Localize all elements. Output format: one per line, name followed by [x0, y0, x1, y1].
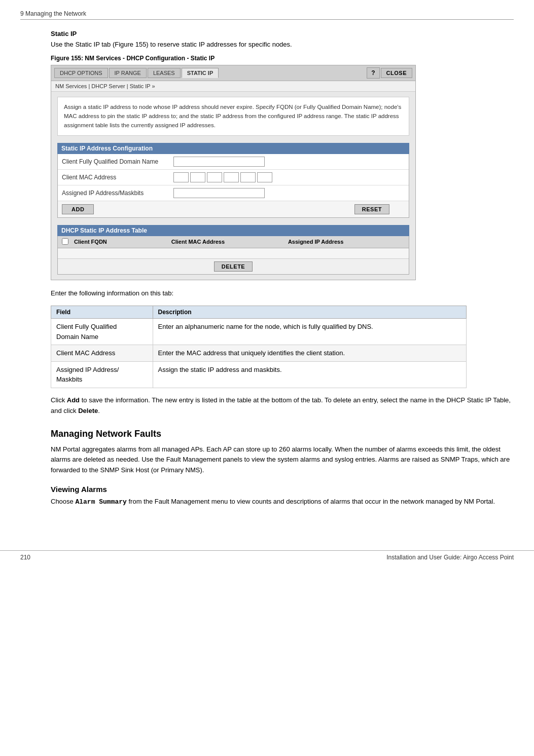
footer-document-title: Installation and User Guide: Airgo Acces…: [386, 554, 514, 561]
config-label-ip: Assigned IP Address/Maskbits: [62, 190, 173, 197]
mac-input-4[interactable]: [224, 172, 239, 182]
footer: 210 Installation and User Guide: Airgo A…: [0, 550, 534, 564]
delete-row: DELETE: [58, 258, 409, 274]
managing-faults-body: NM Portal aggregates alarms from all man…: [51, 444, 514, 476]
table-header-description: Description: [153, 306, 466, 319]
tab-static-ip[interactable]: STATIC IP: [182, 68, 219, 78]
viewing-alarms-body: Choose Alarm Summary from the Fault Mana…: [51, 497, 514, 508]
delete-bold: Delete: [78, 407, 98, 414]
breadcrumb: NM Services | DHCP Server | Static IP »: [51, 81, 415, 92]
help-button[interactable]: ?: [367, 67, 379, 79]
field-desc-fqdn: Enter an alphanumeric name for the node,…: [153, 319, 466, 345]
footer-page-number: 210: [20, 554, 30, 561]
table-col-mac: Client MAC Address: [171, 239, 288, 245]
close-button[interactable]: CLOSE: [381, 68, 412, 78]
table-checkbox-col: [62, 238, 74, 246]
alarm-summary-label: Alarm Summary: [75, 498, 126, 506]
click-add-paragraph: Click Add to save the information. The n…: [51, 395, 514, 417]
config-row-ip: Assigned IP Address/Maskbits: [58, 185, 409, 201]
info-box: Assign a static IP address to node whose…: [57, 97, 409, 136]
fqdn-input[interactable]: [173, 157, 265, 167]
config-input-area-ip: [173, 188, 405, 198]
mac-input-6[interactable]: [257, 172, 272, 182]
field-desc-ip: Assign the static IP address and maskbit…: [153, 361, 466, 388]
mac-input-1[interactable]: [173, 172, 189, 182]
config-row-mac: Client MAC Address: [58, 170, 409, 185]
field-name-mac: Client MAC Address: [51, 345, 153, 362]
static-ip-title: Static IP: [51, 30, 514, 37]
ui-panel: DHCP OPTIONS IP RANGE LEASES STATIC IP ?…: [51, 65, 416, 280]
delete-button[interactable]: DELETE: [214, 261, 253, 272]
table-body: [58, 248, 409, 258]
table-row: Assigned IP Address/Maskbits Assign the …: [51, 361, 467, 388]
table-select-all-checkbox[interactable]: [62, 238, 68, 245]
tab-dhcp-options[interactable]: DHCP OPTIONS: [54, 68, 108, 78]
config-input-area-mac: [173, 172, 405, 182]
mac-input-5[interactable]: [240, 172, 256, 182]
tab-ip-range[interactable]: IP RANGE: [109, 68, 147, 78]
add-bold: Add: [67, 396, 80, 404]
config-label-mac: Client MAC Address: [62, 174, 173, 181]
table-row: Client MAC Address Enter the MAC address…: [51, 345, 467, 362]
config-label-fqdn: Client Fully Qualified Domain Name: [62, 158, 173, 165]
tab-leases[interactable]: LEASES: [148, 68, 181, 78]
table-header-field: Field: [51, 306, 153, 319]
field-name-ip: Assigned IP Address/Maskbits: [51, 361, 153, 388]
viewing-alarms-title: Viewing Alarms: [51, 485, 514, 494]
field-desc-mac: Enter the MAC address that uniquely iden…: [153, 345, 466, 362]
table-col-fqdn: Client FQDN: [74, 239, 171, 245]
mac-input-2[interactable]: [190, 172, 205, 182]
static-ip-table: Client FQDN Client MAC Address Assigned …: [57, 236, 409, 275]
figure-label: Figure 155: NM Services - DHCP Configura…: [51, 55, 514, 62]
ip-input[interactable]: [173, 188, 265, 198]
static-ip-body: Use the Static IP tab (Figure 155) to re…: [51, 40, 514, 50]
mac-input-3[interactable]: [207, 172, 222, 182]
config-buttons-row: ADD RESET: [58, 201, 409, 217]
enter-info-text: Enter the following information on this …: [51, 288, 514, 299]
field-name-fqdn: Client Fully QualifiedDomain Name: [51, 319, 153, 345]
config-input-area-fqdn: [173, 157, 405, 167]
table-header-row: Client FQDN Client MAC Address Assigned …: [58, 236, 409, 248]
config-table: Client Fully Qualified Domain Name Clien…: [57, 154, 409, 218]
table-row: Client Fully QualifiedDomain Name Enter …: [51, 319, 467, 345]
managing-faults-title: Managing Network Faults: [51, 429, 514, 439]
config-section-header: Static IP Address Configuration: [57, 143, 409, 154]
table-col-ip: Assigned IP Address: [288, 239, 405, 245]
config-row-fqdn: Client Fully Qualified Domain Name: [58, 154, 409, 170]
panel-body: Assign a static IP address to node whose…: [51, 92, 415, 280]
add-button[interactable]: ADD: [62, 204, 94, 214]
reset-button[interactable]: RESET: [354, 204, 389, 214]
tab-bar: DHCP OPTIONS IP RANGE LEASES STATIC IP ?…: [51, 65, 415, 81]
table-section-header: DHCP Static IP Address Table: [57, 225, 409, 236]
field-description-table: Field Description Client Fully Qualified…: [51, 306, 467, 388]
chapter-header: 9 Managing the Network: [20, 10, 514, 20]
